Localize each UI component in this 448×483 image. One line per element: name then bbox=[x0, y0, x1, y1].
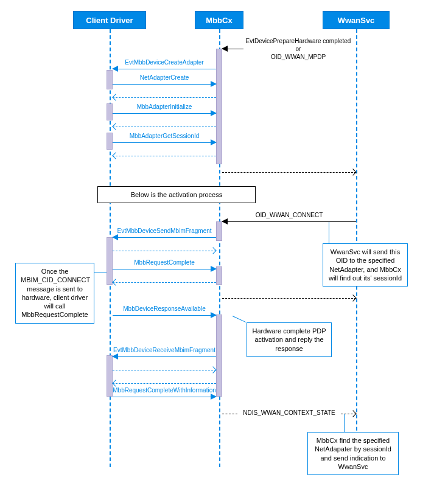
activation-client-3 bbox=[107, 133, 113, 150]
activation-client-2 bbox=[107, 103, 113, 120]
top-event-line1: EvtDevicePrepareHardware completed bbox=[240, 37, 356, 45]
callout-line-hardware bbox=[233, 316, 246, 322]
top-event-line2: or bbox=[240, 45, 356, 53]
top-event-line3: OID_WWAN_MPDP bbox=[240, 53, 356, 61]
participant-client: Client Driver bbox=[73, 11, 146, 29]
label-create-adapter: EvtMbbDeviceCreateAdapter bbox=[113, 59, 216, 66]
top-event-label: EvtDevicePrepareHardware completed or OI… bbox=[240, 37, 356, 61]
participant-wwansvc: WwanSvc bbox=[323, 11, 390, 29]
note-activation-banner: Below is the activation process bbox=[97, 186, 256, 203]
label-get-session: MbbAdapterGetSessionId bbox=[113, 133, 216, 139]
participant-mbbcx: MbbCx bbox=[195, 11, 243, 29]
activation-client-5 bbox=[107, 355, 113, 397]
label-ndis-context-state: NDIS_WWAN_CONTEXT_STATE bbox=[222, 409, 356, 416]
label-receive-fragment: EvtMbbDeviceReceiveMbimFragment bbox=[113, 347, 216, 353]
label-send-fragment: EvtMbbDeviceSendMbimFragment bbox=[113, 228, 216, 234]
label-oid-connect: OID_WWAN_CONNECT bbox=[222, 212, 356, 218]
activation-mbbcx-3 bbox=[216, 266, 222, 285]
label-request-complete: MbbRequestComplete bbox=[113, 259, 216, 266]
callout-line-wwansvc bbox=[329, 222, 329, 243]
callout-wwansvc-oid: WwanSvc will send this OID to the specif… bbox=[323, 243, 408, 287]
label-adapter-init: MbbAdapterInitialize bbox=[113, 103, 216, 110]
callout-final: MbbCx find the specified NetAdapater by … bbox=[307, 432, 399, 475]
callout-line-client bbox=[94, 273, 107, 273]
activation-mbbcx-2 bbox=[216, 221, 222, 241]
activation-mbbcx-4 bbox=[216, 314, 222, 397]
callout-line-final bbox=[344, 414, 345, 432]
label-request-complete-info: MbbRequestCompleteWithInformation bbox=[113, 387, 216, 394]
callout-hardware: Hardware complete PDP activation and rep… bbox=[247, 322, 332, 357]
callout-client-mbim: Once the MBIM_CID_CONNECT message is sen… bbox=[15, 263, 94, 324]
activation-mbbcx-1 bbox=[216, 49, 222, 164]
sequence-diagram: Client Driver MbbCx WwanSvc EvtDevicePre… bbox=[0, 0, 448, 483]
activation-client-4 bbox=[107, 237, 113, 285]
label-response-available: MbbDeviceResponseAvailable bbox=[113, 305, 216, 312]
label-netadapter-create: NetAdapterCreate bbox=[113, 74, 216, 81]
activation-client-1 bbox=[107, 70, 113, 89]
